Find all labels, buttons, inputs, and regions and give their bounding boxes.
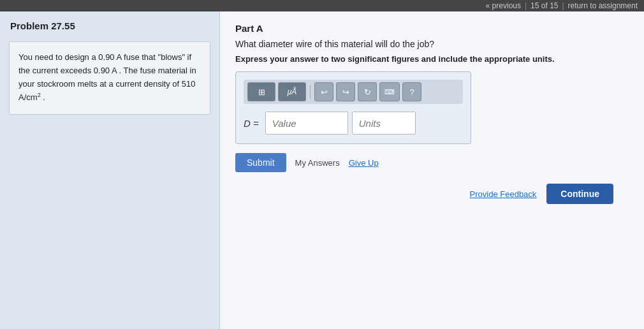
give-up-link[interactable]: Give Up — [349, 158, 379, 168]
undo-button[interactable]: ↩ — [314, 82, 333, 101]
question-text: What diameter wire of this material will… — [235, 39, 629, 49]
submit-row: Submit My Answers Give Up — [235, 153, 629, 172]
sidebar: Problem 27.55 You need to design a 0.90 … — [0, 11, 220, 329]
undo-icon: ↩ — [321, 87, 328, 97]
question-section: What diameter wire of this material will… — [220, 39, 644, 204]
main-content: Part A What diameter wire of this materi… — [220, 11, 644, 329]
units-input[interactable] — [352, 112, 416, 135]
bottom-row: Provide Feedback Continue — [235, 172, 629, 204]
nav-separator-1: | — [525, 1, 527, 10]
keyboard-button[interactable]: ⌨ — [379, 82, 400, 101]
page-info: 15 of 15 — [531, 1, 558, 10]
redo-button[interactable]: ↪ — [336, 82, 355, 101]
grid-icon: ⊞ — [258, 87, 265, 97]
provide-feedback-link[interactable]: Provide Feedback — [470, 189, 537, 199]
value-input[interactable] — [265, 112, 348, 135]
answer-box: ⊞ μÅ ↩ ↪ ↻ ⌨ — [235, 71, 471, 144]
top-navigation: « previous | 15 of 15 | return to assign… — [0, 0, 644, 11]
continue-button[interactable]: Continue — [546, 184, 613, 204]
instruction-text: Express your answer to two significant f… — [235, 54, 629, 64]
toolbar-separator — [310, 85, 311, 99]
problem-description: You need to design a 0.90 A fuse that "b… — [9, 41, 210, 115]
mu-icon: μÅ — [288, 87, 297, 96]
previous-link[interactable]: « previous — [486, 1, 521, 10]
grid-button[interactable]: ⊞ — [247, 82, 275, 101]
math-toolbar: ⊞ μÅ ↩ ↪ ↻ ⌨ — [244, 80, 463, 104]
help-icon: ? — [409, 87, 414, 97]
main-layout: Problem 27.55 You need to design a 0.90 … — [0, 11, 644, 329]
mu-angstrom-button[interactable]: μÅ — [278, 82, 306, 101]
return-link[interactable]: return to assignment — [568, 1, 638, 10]
help-button[interactable]: ? — [402, 82, 421, 101]
part-label: Part A — [220, 11, 644, 39]
refresh-icon: ↻ — [364, 87, 371, 97]
redo-icon: ↪ — [342, 87, 349, 97]
submit-button[interactable]: Submit — [235, 153, 286, 172]
input-label: D = — [244, 118, 259, 129]
refresh-button[interactable]: ↻ — [358, 82, 377, 101]
my-answers-link[interactable]: My Answers — [295, 158, 340, 168]
problem-title: Problem 27.55 — [0, 11, 219, 38]
nav-separator-2: | — [562, 1, 564, 10]
input-row: D = — [244, 112, 463, 135]
keyboard-icon: ⌨ — [384, 88, 395, 96]
